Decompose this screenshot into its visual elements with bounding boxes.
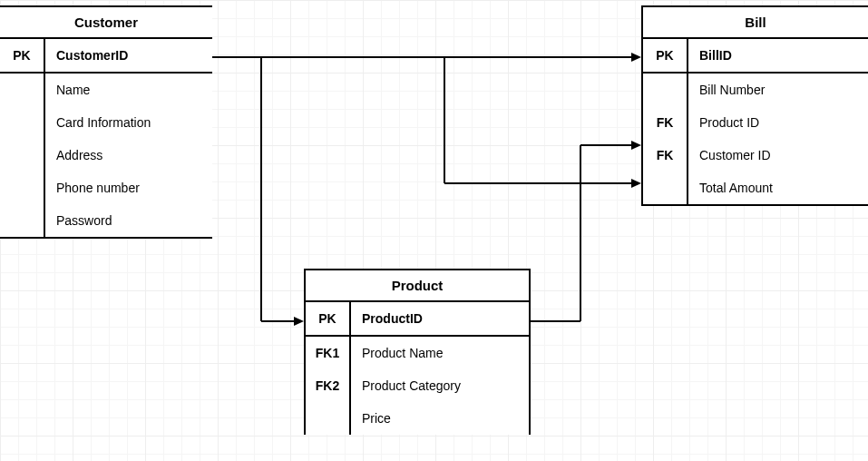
attr-label: ProductID [351, 302, 529, 335]
key-label: FK2 [306, 369, 351, 402]
arrow-icon [631, 179, 641, 188]
key-label: PK [643, 39, 688, 72]
attr-label: Product Name [351, 337, 529, 369]
entity-row: FK2 Product Category [306, 369, 529, 402]
attr-label: Product Category [351, 369, 529, 402]
attr-label: Total Amount [688, 172, 868, 204]
key-label [0, 172, 45, 204]
attr-label: Name [45, 74, 212, 106]
attr-label: Card Information [45, 106, 212, 139]
attr-label: Address [45, 139, 212, 172]
key-label [0, 106, 45, 139]
entity-product-title: Product [306, 270, 529, 302]
entity-row: PK CustomerID [0, 39, 212, 74]
entity-product: Product PK ProductID FK1 Product Name FK… [304, 269, 531, 435]
entity-bill: Bill PK BillID Bill Number FK Product ID… [641, 5, 868, 206]
attr-label: Price [351, 402, 529, 435]
key-label [643, 172, 688, 204]
key-label [0, 204, 45, 237]
entity-row: Price [306, 402, 529, 435]
key-label [643, 74, 688, 106]
entity-row: PK ProductID [306, 302, 529, 337]
key-label [0, 139, 45, 172]
entity-bill-title: Bill [643, 7, 868, 39]
entity-row: Address [0, 139, 212, 172]
key-label: PK [0, 39, 45, 72]
attr-label: Phone number [45, 172, 212, 204]
entity-customer: Customer PK CustomerID Name Card Informa… [0, 5, 212, 239]
arrow-icon [631, 141, 641, 150]
attr-label: CustomerID [45, 39, 212, 72]
key-label: FK1 [306, 337, 351, 369]
key-label [306, 402, 351, 435]
attr-label: BillID [688, 39, 868, 72]
entity-row: FK1 Product Name [306, 337, 529, 369]
entity-row: Password [0, 204, 212, 237]
entity-row: FK Product ID [643, 106, 868, 139]
key-label: PK [306, 302, 351, 335]
entity-row: PK BillID [643, 39, 868, 74]
attr-label: Bill Number [688, 74, 868, 106]
entity-row: Card Information [0, 106, 212, 139]
attr-label: Customer ID [688, 139, 868, 172]
entity-row: Phone number [0, 172, 212, 204]
entity-customer-title: Customer [0, 7, 212, 39]
arrow-icon [294, 317, 304, 326]
key-label [0, 74, 45, 106]
arrow-icon [631, 53, 641, 62]
key-label: FK [643, 106, 688, 139]
attr-label: Password [45, 204, 212, 237]
entity-row: Total Amount [643, 172, 868, 204]
entity-row: Name [0, 74, 212, 106]
entity-row: Bill Number [643, 74, 868, 106]
attr-label: Product ID [688, 106, 868, 139]
entity-row: FK Customer ID [643, 139, 868, 172]
key-label: FK [643, 139, 688, 172]
